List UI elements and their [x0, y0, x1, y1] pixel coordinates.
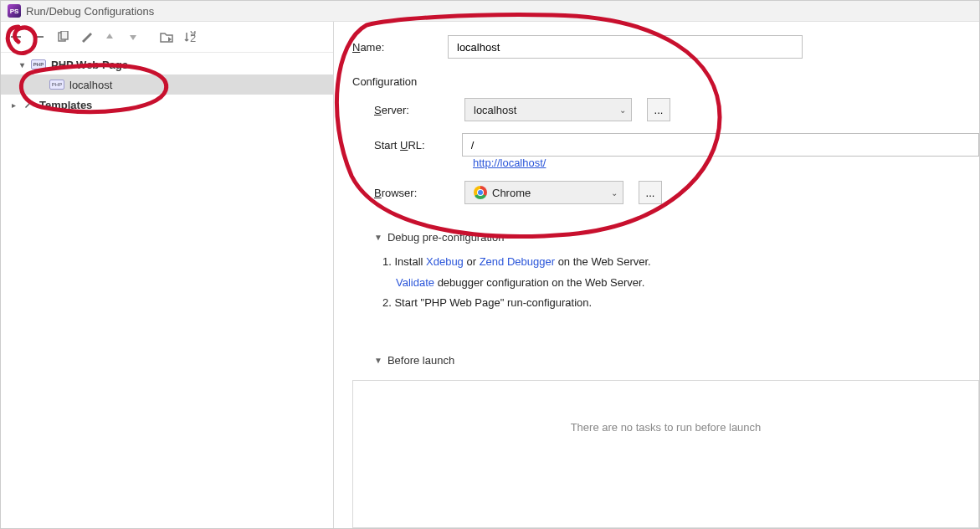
text: debugger configuration on the Web Server… [438, 276, 645, 289]
text: or [466, 255, 479, 268]
before-launch-empty-text: There are no tasks to run before launch [571, 421, 762, 434]
validate-link[interactable]: Validate [396, 276, 434, 289]
start-url-label: Start URL: [374, 139, 447, 152]
phpstorm-icon: PS [8, 4, 21, 18]
tree-node-label: localhost [69, 79, 112, 91]
text: 1. Install [382, 255, 426, 268]
before-launch-panel: There are no tasks to run before launch [352, 380, 979, 528]
configuration-fields: Server: localhost ⌄ ... Start URL: http:… [374, 98, 979, 216]
tree-node-label: PHP Web Page [51, 59, 128, 71]
name-row: Name: [352, 35, 979, 59]
debug-preconfig-list: 1. Install Xdebug or Zend Debugger on th… [382, 252, 979, 314]
configuration-form: Name: Allow parallel run St Configuratio… [334, 22, 979, 528]
titlebar: PS Run/Debug Configurations [1, 1, 979, 22]
browser-browse-button[interactable]: ... [639, 181, 662, 204]
server-value: localhost [474, 104, 516, 116]
php-icon: PHP [49, 80, 64, 90]
tree-node-templates[interactable]: ▸ Templates [1, 95, 333, 115]
wrench-icon [23, 98, 34, 112]
text: on the Web Server. [558, 255, 651, 268]
zend-debugger-link[interactable]: Zend Debugger [480, 255, 555, 268]
browser-value: Chrome [492, 187, 531, 199]
sort-button[interactable]: 92 [180, 27, 200, 47]
svg-text:2: 2 [190, 32, 196, 43]
before-launch-expander[interactable]: ▼ Before launch [374, 354, 979, 367]
dialog-body: 92 ▾ PHP PHP Web Page PHP localhost ▸ Te… [1, 22, 979, 528]
chevron-right-icon: ▸ [9, 100, 18, 110]
debug-preconfig-validate: Validate debugger configuration on the W… [396, 273, 979, 294]
tree-node-label: Templates [39, 99, 92, 111]
server-browse-button[interactable]: ... [647, 98, 670, 121]
move-up-button[interactable] [100, 27, 120, 47]
tree-node-localhost[interactable]: PHP localhost [1, 74, 333, 95]
name-input[interactable] [448, 35, 803, 59]
tree-node-php-web-page[interactable]: ▾ PHP PHP Web Page [1, 54, 333, 74]
chevron-down-icon: ▾ [18, 60, 26, 69]
resolved-url-link[interactable]: http://localhost/ [473, 157, 979, 169]
start-url-input[interactable] [462, 133, 979, 157]
sidebar-toolbar: 92 [1, 22, 333, 53]
browser-label: Browser: [374, 187, 449, 199]
chrome-icon [474, 186, 487, 199]
server-dropdown[interactable]: localhost ⌄ [464, 98, 632, 121]
add-configuration-button[interactable] [6, 27, 26, 47]
window-title: Run/Debug Configurations [26, 5, 154, 18]
server-row: Server: localhost ⌄ ... [374, 98, 979, 121]
configurations-sidebar: 92 ▾ PHP PHP Web Page PHP localhost ▸ Te… [1, 22, 334, 528]
server-label: Server: [374, 104, 449, 116]
configuration-section-header: Configuration [352, 75, 979, 88]
browser-row: Browser: Chrome ⌄ ... [374, 181, 979, 204]
xdebug-link[interactable]: Xdebug [426, 255, 464, 268]
triangle-down-icon: ▼ [374, 356, 382, 365]
folder-button[interactable] [156, 27, 177, 47]
svg-rect-1 [61, 31, 68, 39]
debug-preconfig-expander[interactable]: ▼ Debug pre-configuration [374, 231, 979, 244]
chevron-down-icon: ⌄ [611, 188, 618, 198]
move-down-button[interactable] [123, 27, 143, 47]
copy-configuration-button[interactable] [53, 27, 73, 47]
remove-configuration-button[interactable] [29, 27, 49, 47]
run-debug-configurations-window: PS Run/Debug Configurations 92 ▾ PHP [0, 0, 980, 529]
configurations-tree[interactable]: ▾ PHP PHP Web Page PHP localhost ▸ Templ… [1, 53, 333, 528]
browser-dropdown[interactable]: Chrome ⌄ [464, 181, 623, 204]
before-launch-header: Before launch [387, 354, 454, 367]
debug-preconfig-line2: 2. Start "PHP Web Page" run-configuratio… [382, 293, 979, 314]
debug-preconfig-header: Debug pre-configuration [387, 231, 504, 244]
debug-preconfig-line1: 1. Install Xdebug or Zend Debugger on th… [382, 252, 979, 273]
start-url-row: Start URL: [374, 133, 979, 157]
triangle-down-icon: ▼ [374, 233, 382, 242]
chevron-down-icon: ⌄ [619, 105, 626, 115]
php-icon: PHP [31, 59, 46, 69]
name-label: Name: [352, 41, 433, 54]
edit-templates-button[interactable] [76, 27, 96, 47]
